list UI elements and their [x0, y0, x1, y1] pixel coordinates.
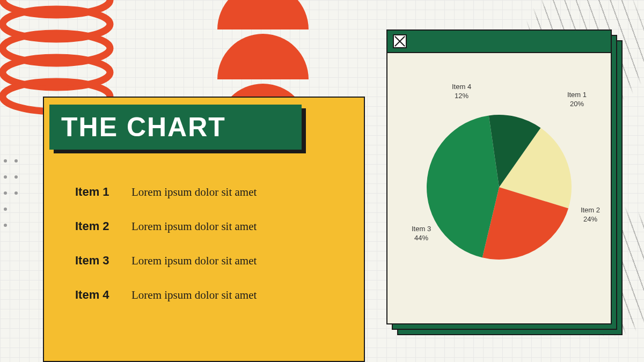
svg-point-14 [4, 208, 7, 211]
item-desc: Lorem ipsum dolor sit amet [131, 186, 257, 199]
window-header [387, 31, 611, 53]
list-item: Item 1 Lorem ipsum dolor sit amet [75, 185, 343, 199]
item-label: Item 1 [75, 185, 131, 199]
svg-point-10 [4, 191, 7, 195]
list-item: Item 3 Lorem ipsum dolor sit amet [75, 254, 343, 268]
pie-chart: Item 120% Item 224% Item 344% Item 412% [387, 53, 611, 321]
item-desc: Lorem ipsum dolor sit amet [131, 254, 257, 268]
svg-point-17 [4, 224, 7, 227]
item-desc: Lorem ipsum dolor sit amet [131, 289, 257, 302]
chart-window: Item 120% Item 224% Item 344% Item 412% [386, 29, 612, 324]
pie-slice-label: Item 412% [452, 83, 471, 101]
list-item: Item 4 Lorem ipsum dolor sit amet [75, 288, 343, 302]
pie-slice-label: Item 224% [581, 206, 600, 224]
title-bar: THE CHART [49, 105, 302, 150]
svg-point-7 [14, 175, 18, 179]
item-label: Item 2 [75, 219, 131, 233]
list-item: Item 2 Lorem ipsum dolor sit amet [75, 219, 343, 233]
item-label: Item 4 [75, 288, 131, 302]
page-title: THE CHART [61, 112, 226, 143]
svg-point-11 [14, 191, 18, 195]
pie-slice-label: Item 120% [567, 91, 587, 109]
items-list: Item 1 Lorem ipsum dolor sit amet Item 2… [75, 185, 343, 322]
chart-window-stack: Item 120% Item 224% Item 344% Item 412% [386, 29, 612, 324]
svg-point-3 [14, 159, 18, 162]
pie-slice-label: Item 344% [412, 225, 431, 243]
close-icon[interactable] [393, 34, 407, 48]
svg-point-2 [4, 159, 7, 162]
svg-point-6 [4, 175, 7, 179]
item-desc: Lorem ipsum dolor sit amet [131, 220, 257, 233]
item-label: Item 3 [75, 254, 131, 268]
